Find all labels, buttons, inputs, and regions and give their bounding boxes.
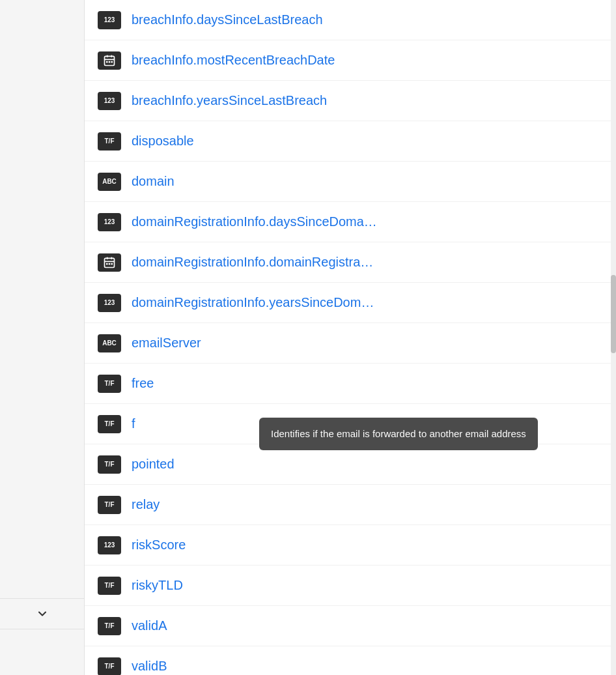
list-item[interactable]: breachInfo.mostRecentBreachDate <box>85 40 616 81</box>
badge-bool: T/F <box>98 375 121 393</box>
list-item[interactable]: T/F validA <box>85 606 616 646</box>
badge-bool: T/F <box>98 415 121 433</box>
chevron-down-button[interactable] <box>33 604 52 624</box>
sidebar-separator-top <box>0 598 84 599</box>
badge-number: 123 <box>98 11 121 29</box>
field-list: 123 breachInfo.daysSinceLastBreach breac… <box>85 0 616 675</box>
sidebar <box>0 0 85 675</box>
list-item[interactable]: T/F riskyTLD <box>85 566 616 606</box>
list-item[interactable]: T/F validB <box>85 646 616 675</box>
badge-bool: T/F <box>98 132 121 151</box>
field-label: domainRegistrationInfo.daysSinceDoma… <box>132 214 377 229</box>
field-label: f <box>132 416 135 431</box>
badge-bool: T/F <box>98 496 121 514</box>
list-item[interactable]: ABC emailServer <box>85 323 616 364</box>
list-item[interactable]: T/F disposable <box>85 121 616 162</box>
list-item[interactable]: domainRegistrationInfo.domainRegistra… <box>85 242 616 283</box>
field-label: domainRegistrationInfo.yearsSinceDom… <box>132 295 374 310</box>
field-label: pointed <box>132 457 175 472</box>
svg-rect-11 <box>106 263 108 265</box>
sidebar-separator-bottom <box>0 629 84 629</box>
badge-number: 123 <box>98 294 121 312</box>
badge-calendar <box>98 253 121 272</box>
list-item[interactable]: 123 breachInfo.yearsSinceLastBreach <box>85 81 616 121</box>
list-item[interactable]: 123 breachInfo.daysSinceLastBreach <box>85 0 616 40</box>
svg-rect-5 <box>109 61 111 63</box>
sidebar-bottom <box>0 593 84 635</box>
field-label: validB <box>132 659 167 674</box>
svg-rect-12 <box>109 263 111 265</box>
field-label: disposable <box>132 134 194 149</box>
list-item[interactable]: 123 riskScore <box>85 525 616 566</box>
field-label: validA <box>132 618 167 633</box>
badge-string: ABC <box>98 334 121 352</box>
badge-string: ABC <box>98 173 121 191</box>
list-item[interactable]: ABC domain <box>85 162 616 202</box>
badge-bool: T/F <box>98 455 121 474</box>
svg-rect-4 <box>106 61 108 63</box>
field-label: riskScore <box>132 538 186 553</box>
field-label: breachInfo.daysSinceLastBreach <box>132 12 323 27</box>
tooltip-text: Identifies if the email is forwarded to … <box>271 428 526 439</box>
app-container: 123 breachInfo.daysSinceLastBreach breac… <box>0 0 616 675</box>
badge-calendar <box>98 51 121 70</box>
list-item[interactable]: T/F pointed <box>85 444 616 485</box>
field-label: breachInfo.mostRecentBreachDate <box>132 53 335 68</box>
svg-rect-7 <box>105 258 115 267</box>
svg-rect-6 <box>111 61 113 63</box>
list-item-forwarded[interactable]: T/F f Identifies if the email is forward… <box>85 404 616 444</box>
badge-number: 123 <box>98 213 121 231</box>
field-label: riskyTLD <box>132 578 183 593</box>
field-label: domainRegistrationInfo.domainRegistra… <box>132 255 373 270</box>
badge-number: 123 <box>98 92 121 110</box>
list-item-relay[interactable]: T/F relay <box>85 485 616 525</box>
field-label: breachInfo.yearsSinceLastBreach <box>132 93 327 108</box>
field-label: emailServer <box>132 336 201 351</box>
field-label-relay: relay <box>132 497 160 512</box>
field-label: free <box>132 376 154 391</box>
badge-bool: T/F <box>98 657 121 676</box>
svg-rect-13 <box>111 263 113 265</box>
list-item[interactable]: 123 domainRegistrationInfo.daysSinceDoma… <box>85 202 616 242</box>
badge-bool: T/F <box>98 577 121 595</box>
badge-number: 123 <box>98 536 121 554</box>
list-item[interactable]: 123 domainRegistrationInfo.yearsSinceDom… <box>85 283 616 323</box>
badge-bool: T/F <box>98 617 121 635</box>
scrollbar-thumb[interactable] <box>611 275 616 353</box>
svg-rect-0 <box>105 56 115 65</box>
field-label: domain <box>132 174 175 189</box>
scrollbar-track <box>611 0 616 675</box>
list-item[interactable]: T/F free <box>85 364 616 404</box>
